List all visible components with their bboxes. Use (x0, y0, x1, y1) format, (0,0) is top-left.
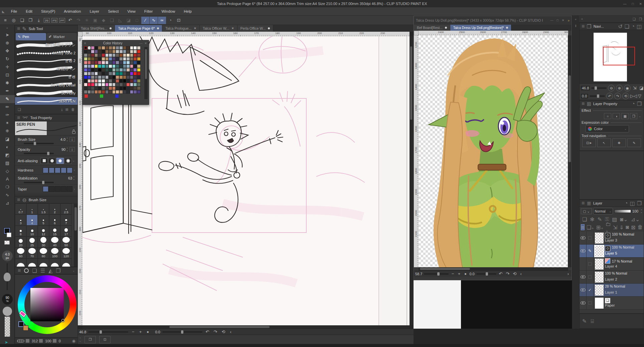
history-swatch[interactable] (109, 57, 112, 61)
select-box[interactable] (587, 258, 594, 270)
brush-size-option[interactable]: 7 (60, 215, 72, 226)
history-swatch[interactable] (91, 57, 95, 61)
visibility-eye-icon[interactable] (581, 275, 586, 279)
history-swatch[interactable] (95, 75, 98, 79)
snap-fill[interactable]: ◆ (100, 17, 108, 24)
history-swatch[interactable] (109, 46, 112, 50)
history-swatch[interactable] (116, 83, 119, 86)
panel-menu-icon[interactable]: ≡ (17, 197, 20, 203)
panel-menu-icon[interactable]: ≡ (582, 200, 585, 206)
history-swatch[interactable] (119, 50, 123, 53)
zoom-in-icon[interactable]: ⊕ (616, 85, 623, 91)
search-tab-icon[interactable]: ◫ (630, 200, 635, 207)
history-swatch[interactable] (84, 75, 88, 79)
brush-size-option[interactable]: 15 (49, 226, 60, 237)
history-swatch[interactable] (119, 68, 123, 72)
history-swatch[interactable] (105, 72, 109, 75)
history-swatch[interactable] (105, 83, 109, 86)
history-swatch[interactable] (137, 72, 141, 75)
history-swatch[interactable] (126, 72, 130, 75)
history-swatch[interactable] (112, 46, 116, 50)
close-icon[interactable]: ✕ (144, 42, 147, 45)
flip-horizontal-icon[interactable]: ▷◁ (630, 92, 636, 100)
history-swatch[interactable] (91, 50, 95, 53)
zoom-out-icon[interactable]: ⊖ (608, 85, 615, 91)
history-swatch[interactable] (123, 50, 127, 53)
panel-collapse-strip[interactable]: « ‖ (572, 16, 579, 329)
history-swatch[interactable] (84, 72, 88, 75)
register-default-icon[interactable]: ⤓ (69, 147, 75, 152)
history-swatch[interactable] (88, 53, 91, 57)
history-swatch[interactable] (91, 90, 95, 94)
eraser-tool[interactable]: ◪ (0, 135, 15, 143)
history-swatch[interactable] (137, 83, 141, 86)
history-swatch[interactable] (109, 50, 112, 53)
lock-icon[interactable] (72, 131, 75, 134)
history-swatch[interactable] (102, 61, 105, 64)
snap-off[interactable]: ▣ (91, 17, 99, 24)
apply-mask-icon[interactable]: ⊠ (631, 224, 635, 231)
panel-menu-icon[interactable]: ≡ (582, 23, 585, 29)
chevron-down-icon[interactable]: ⌄ (72, 159, 75, 162)
history-swatch[interactable] (84, 53, 88, 57)
rotate-ccw-icon[interactable]: ↶ (606, 93, 613, 99)
history-swatch[interactable] (88, 61, 91, 64)
eyedropper-tool[interactable]: ✒ (0, 87, 15, 95)
brush-size-option[interactable] (38, 259, 49, 267)
aa-none-option[interactable] (40, 158, 48, 164)
history-swatch[interactable] (95, 64, 98, 68)
history-swatch[interactable] (133, 90, 137, 94)
subtool-group-pen[interactable]: ✎Pen (16, 33, 46, 40)
history-swatch[interactable] (88, 50, 91, 53)
brush-size-row[interactable]: Brush Size 4.0⌃⌄⤓ (15, 135, 77, 145)
vertical-scrollbar[interactable] (568, 35, 572, 267)
history-swatch[interactable] (102, 90, 105, 94)
decoration-tool[interactable]: ❈ (0, 127, 15, 135)
layer-thumbnail[interactable] (595, 272, 604, 283)
hand-tool[interactable]: ✥ (0, 47, 15, 55)
history-swatch[interactable] (133, 83, 137, 86)
fit-screen-icon[interactable]: ⇲ (632, 84, 637, 92)
register-default-icon[interactable]: ⤓ (69, 137, 75, 142)
opacity-knob[interactable] (3, 307, 12, 316)
blend-mode-dropdown[interactable]: Normal ⌄ (593, 208, 613, 215)
history-swatch[interactable] (126, 79, 130, 83)
brush-size-indicator[interactable]: 4.0px (2, 251, 13, 261)
history-swatch[interactable] (109, 90, 112, 94)
history-swatch[interactable] (119, 72, 123, 75)
history-swatch[interactable] (123, 64, 127, 68)
history-swatch[interactable] (84, 68, 88, 72)
close-icon[interactable]: ✕ (639, 2, 642, 6)
maximize-icon[interactable]: □ (556, 19, 558, 22)
history-swatch[interactable] (130, 46, 134, 50)
history-swatch[interactable] (91, 75, 95, 79)
history-swatch[interactable] (109, 79, 112, 83)
reset-rotation-icon[interactable]: ⟲ (622, 93, 629, 99)
ruler-icon[interactable]: ⊿⌄ (631, 216, 640, 223)
color-slider-tab-icon[interactable]: ☰ (40, 268, 45, 274)
aa-weak-option[interactable] (48, 158, 56, 164)
history-swatch[interactable] (98, 83, 102, 86)
history-swatch[interactable] (84, 64, 88, 68)
recent-swatch[interactable] (85, 94, 88, 98)
brush-size-option[interactable] (60, 259, 72, 267)
history-swatch[interactable] (105, 50, 109, 53)
history-swatch[interactable] (133, 64, 137, 68)
visibility-eye-icon[interactable] (581, 249, 586, 253)
subtool-delete-icon[interactable]: 🗑 (71, 107, 75, 111)
flip-vertical-icon[interactable]: ▽ (637, 92, 642, 100)
save-file[interactable]: ⤓ (35, 17, 43, 24)
history-swatch[interactable] (119, 83, 123, 86)
history-swatch[interactable] (84, 50, 88, 53)
snap-grid[interactable]: ≃ (158, 17, 166, 24)
border-effect-icon[interactable]: ○ (604, 113, 611, 119)
layer-row[interactable]: ✓28 % NormalLayer 1 (580, 284, 644, 297)
shape-rect[interactable]: □ (133, 17, 141, 24)
brush-size-option[interactable]: 17 (60, 226, 72, 237)
history-swatch[interactable] (95, 86, 98, 90)
brush-size-option[interactable]: 5 (38, 215, 49, 226)
rotate-cw-icon[interactable]: ↷ (614, 93, 621, 99)
history-swatch[interactable] (88, 68, 91, 72)
history-swatch[interactable] (109, 86, 112, 90)
lock-transparent-icon[interactable]: ▨ (612, 216, 617, 223)
